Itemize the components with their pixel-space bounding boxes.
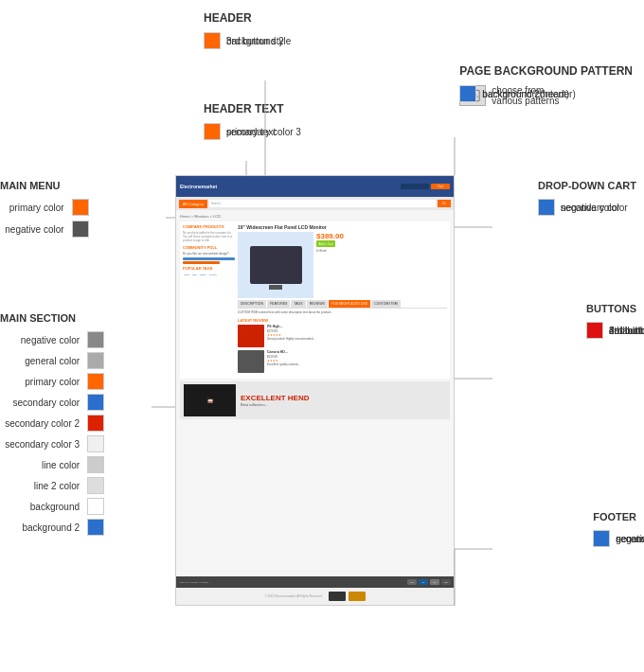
- dropdown-title: DROP-DOWN CART: [538, 180, 636, 191]
- header-row-1: 3rd button style: [204, 32, 291, 49]
- sc-promo-banner: 🥁 EXCELLENT HEND Best collection...: [180, 381, 450, 419]
- buttons-title: BUTTONS: [586, 303, 636, 314]
- sc-promo-label: EXCELLENT HEND: [241, 394, 309, 402]
- main-label-4: secondary color 2: [5, 418, 80, 429]
- main-swatch-3: [87, 394, 104, 411]
- header-section: HEADER background 2 3rd button style: [204, 11, 252, 32]
- main-menu-row-1: negative color: [0, 221, 89, 238]
- sc-tabs: DESCRIPTION FEATURES TAGS REVIEWS YOU MI…: [238, 300, 447, 309]
- main-label-6: line color: [42, 460, 80, 470]
- main-swatch-6: [87, 456, 104, 473]
- main-menu-section: MAIN MENU primary color negative color: [0, 180, 89, 238]
- main-label-5: secondary color 3: [5, 439, 80, 450]
- main-swatch-8: [87, 498, 104, 515]
- main-row-9: background 2: [0, 519, 104, 536]
- main-menu-label-1: negative color: [5, 224, 63, 235]
- main-row-0: negative color: [0, 331, 104, 348]
- header-text-title: HEADER TEXT: [204, 102, 284, 115]
- header-section-title: HEADER: [204, 11, 252, 25]
- page-bg-row-2: background 2(header): [459, 85, 575, 102]
- main-row-4: secondary color 2: [0, 415, 104, 432]
- layout: Electronemarket Cart All Category Search…: [0, 0, 644, 672]
- sc-copyright: © 2013 Electronemarket. All Rights Reser…: [264, 594, 322, 598]
- buttons-section: BUTTONS default button style 2nd button …: [586, 303, 636, 322]
- main-row-7: line 2 color: [0, 477, 104, 494]
- main-row-1: general color: [0, 352, 104, 369]
- footer-title: FOOTER: [593, 511, 636, 522]
- sc-product-title: 19" Widescreen Flat Panel LCD Monitor: [238, 224, 447, 230]
- sc-header: Electronemarket Cart: [176, 176, 454, 197]
- sc-nav: All Category Search... Go: [176, 197, 454, 210]
- btn-swatch-3: [586, 322, 603, 339]
- sc-breadcrumb: Home > Monitors > LCD: [180, 214, 450, 219]
- page-bg-label-2: background 2(header): [482, 89, 575, 99]
- header-text-row-1: primary text: [204, 123, 276, 140]
- sc-content: Home > Monitors > LCD COMPARE PRODUCTS N…: [176, 210, 454, 605]
- sc-review-cam-img: [238, 350, 264, 373]
- main-row-3: secondary color: [0, 394, 104, 411]
- main-label-7: line 2 color: [34, 481, 80, 491]
- btn-label-3: 4th button style: [609, 326, 644, 336]
- page-bg-section: PAGE BACKGROUND PATTERN choose fromvario…: [459, 64, 633, 85]
- header-text-swatch-1: [204, 123, 221, 140]
- main-swatch-9: [87, 519, 104, 536]
- main-label-1: general color: [25, 356, 80, 366]
- footer-section: FOOTER general color negative color seco…: [593, 511, 636, 530]
- sc-footer-links: About Us | Privacy | Contact: [179, 581, 208, 584]
- main-menu-label-0: primary color: [9, 203, 64, 213]
- sc-review-item-2: Camera HD... $219.99 ★★★★ Excellent qual…: [238, 350, 447, 373]
- main-swatch-1: [87, 352, 104, 369]
- header-label-1: 3rd button style: [226, 36, 291, 46]
- main-row-5: secondary color 3: [0, 435, 104, 452]
- sc-promo-text: 🥁: [207, 398, 213, 403]
- main-swatch-5: [87, 435, 104, 452]
- main-menu-swatch-0: [72, 199, 89, 216]
- main-label-9: background 2: [22, 522, 80, 533]
- page-bg-title: PAGE BACKGROUND PATTERN: [459, 64, 633, 78]
- main-label-8: background: [30, 502, 80, 512]
- main-section-title: MAIN SECTION: [0, 312, 104, 324]
- sc-review-text: PS High... $179.99 ★★★★★ Great product! …: [267, 325, 315, 341]
- main-section-rows: negative color general color primary col…: [0, 331, 104, 536]
- sc-product-img: [238, 232, 313, 298]
- main-swatch-2: [87, 373, 104, 390]
- main-menu-title: MAIN MENU: [0, 180, 89, 191]
- header-text-section: HEADER TEXT secondary color 3 primary te…: [204, 102, 284, 123]
- footer-row-2: secondary color: [593, 530, 644, 547]
- main-menu-row-0: primary color: [0, 199, 89, 216]
- sc-review-text-2: Camera HD... $219.99 ★★★★ Excellent qual…: [267, 350, 300, 366]
- main-swatch-4: [87, 415, 104, 432]
- main-swatch-0: [87, 331, 104, 348]
- main-menu-swatch-1: [72, 221, 89, 238]
- sc-promo-img: 🥁: [184, 384, 236, 416]
- main-label-3: secondary color: [12, 398, 80, 408]
- footer-swatch-2: [593, 530, 610, 547]
- sc-logo: Electronemarket: [180, 184, 217, 189]
- dropdown-label-1: secondary color: [561, 203, 628, 213]
- sc-nav-btn: All Category: [179, 200, 207, 208]
- main-label-0: negative color: [21, 335, 80, 345]
- sc-review-drum-img: [238, 325, 264, 347]
- main-label-2: primary color: [25, 377, 80, 387]
- header-swatch-1: [204, 32, 221, 49]
- main-menu-rows: primary color negative color: [0, 199, 89, 238]
- sc-price: $389.00: [316, 232, 344, 240]
- main-swatch-7: [87, 477, 104, 494]
- footer-label-2: secondary color: [616, 534, 644, 544]
- dropdown-section: DROP-DOWN CART negative color secondary …: [538, 180, 636, 199]
- header-text-label-1: primary text: [226, 127, 276, 137]
- sc-review-item: PS High... $179.99 ★★★★★ Great product! …: [238, 325, 447, 347]
- main-section: MAIN SECTION negative color general colo…: [0, 312, 104, 536]
- dropdown-row-1: secondary color: [538, 199, 628, 216]
- main-row-2: primary color: [0, 373, 104, 390]
- dropdown-swatch-1: [538, 199, 555, 216]
- center-screenshot: Electronemarket Cart All Category Search…: [175, 175, 455, 606]
- page-bg-swatch-2: [459, 85, 476, 102]
- main-row-6: line color: [0, 456, 104, 473]
- btn-row-3: 4th button style: [586, 322, 644, 339]
- main-row-8: background: [0, 498, 104, 515]
